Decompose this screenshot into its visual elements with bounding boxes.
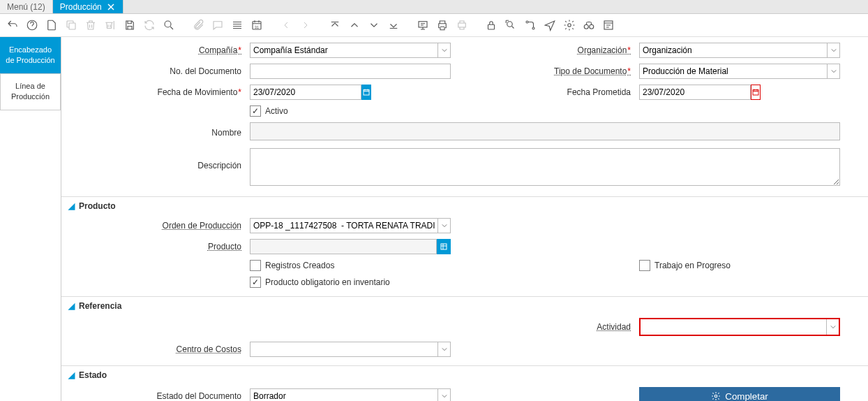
company-label: Compañía bbox=[68, 45, 243, 55]
movdate-calendar-icon[interactable] bbox=[361, 85, 371, 100]
activity-field[interactable] bbox=[641, 319, 826, 335]
binoculars-icon[interactable] bbox=[582, 18, 596, 32]
prev-icon[interactable] bbox=[279, 18, 293, 32]
last-icon[interactable] bbox=[387, 18, 401, 32]
calendar-icon[interactable]: 31 bbox=[250, 18, 264, 32]
doctype-label: Tipo de Documento bbox=[458, 66, 632, 76]
sidebar-tab-line[interactable]: Línea de Producción bbox=[0, 73, 61, 110]
wip-checkbox[interactable] bbox=[639, 260, 650, 271]
attach-icon[interactable] bbox=[191, 18, 205, 32]
section-product[interactable]: ◢ Producto bbox=[61, 197, 868, 215]
undo-icon[interactable] bbox=[6, 18, 20, 32]
org-label: Organización bbox=[458, 45, 632, 55]
svg-rect-6 bbox=[458, 23, 466, 27]
tabs-bar: Menú (12) Producción bbox=[0, 0, 868, 14]
svg-rect-15 bbox=[364, 90, 369, 96]
tab-menu-label: Menú (12) bbox=[7, 2, 45, 12]
collapse-icon: ◢ bbox=[68, 370, 75, 380]
content: Compañía Organización No. del Documento … bbox=[61, 37, 868, 401]
product-field[interactable] bbox=[250, 239, 437, 254]
tab-produccion[interactable]: Producción bbox=[53, 0, 124, 13]
product-lookup-icon[interactable] bbox=[437, 239, 451, 254]
active-label: Activo bbox=[265, 106, 288, 116]
section-state-label: Estado bbox=[79, 370, 107, 380]
promdate-calendar-icon[interactable] bbox=[751, 85, 761, 100]
mandatory-checkbox[interactable] bbox=[250, 277, 261, 288]
org-field[interactable] bbox=[639, 43, 828, 58]
docstatus-label: Estado del Documento bbox=[68, 391, 243, 401]
svg-point-10 bbox=[532, 27, 534, 29]
svg-point-12 bbox=[584, 24, 588, 29]
delete-icon[interactable] bbox=[84, 18, 98, 32]
movdate-field[interactable] bbox=[250, 85, 361, 100]
copy-icon[interactable] bbox=[64, 18, 78, 32]
product-label: Producto bbox=[68, 242, 243, 251]
search-icon[interactable] bbox=[162, 18, 176, 32]
doctype-dropdown[interactable] bbox=[828, 64, 840, 79]
send-icon[interactable] bbox=[543, 18, 557, 32]
sidebar-tab-header[interactable]: Encabezado de Producción bbox=[0, 37, 61, 74]
first-icon[interactable] bbox=[328, 18, 342, 32]
doctype-field[interactable] bbox=[639, 64, 828, 79]
company-dropdown[interactable] bbox=[438, 43, 451, 58]
sidebar: Encabezado de Producción Línea de Produc… bbox=[0, 37, 61, 401]
svg-point-11 bbox=[568, 24, 571, 27]
mandatory-label: Producto obligatorio en inventario bbox=[265, 277, 390, 287]
costcenter-field[interactable] bbox=[250, 342, 438, 357]
promdate-label: Fecha Prometida bbox=[458, 87, 632, 97]
order-field[interactable] bbox=[250, 218, 438, 233]
activity-dropdown[interactable] bbox=[826, 319, 839, 335]
printer-icon[interactable] bbox=[455, 18, 469, 32]
docno-label: No. del Documento bbox=[68, 66, 243, 76]
svg-rect-5 bbox=[419, 22, 427, 27]
activity-label: Actividad bbox=[458, 322, 632, 332]
svg-point-2 bbox=[165, 21, 171, 27]
active-checkbox[interactable] bbox=[250, 105, 261, 117]
collapse-icon: ◢ bbox=[68, 201, 75, 211]
grid-icon[interactable] bbox=[230, 18, 244, 32]
help-icon[interactable] bbox=[25, 18, 39, 32]
records-checkbox[interactable] bbox=[250, 260, 261, 271]
delete-all-icon[interactable] bbox=[103, 18, 117, 32]
section-state[interactable]: ◢ Estado bbox=[61, 366, 868, 384]
order-dropdown[interactable] bbox=[438, 218, 451, 233]
promdate-field[interactable] bbox=[639, 85, 751, 100]
up-icon[interactable] bbox=[347, 18, 361, 32]
name-label: Nombre bbox=[68, 128, 243, 138]
records-label: Registros Creados bbox=[265, 261, 334, 270]
refresh-icon[interactable] bbox=[142, 18, 156, 32]
svg-rect-7 bbox=[488, 24, 495, 29]
desc-label: Descripción bbox=[68, 148, 243, 170]
costcenter-dropdown[interactable] bbox=[438, 342, 451, 357]
svg-rect-17 bbox=[441, 244, 447, 249]
new-icon[interactable] bbox=[45, 18, 59, 32]
down-icon[interactable] bbox=[367, 18, 381, 32]
company-field[interactable] bbox=[250, 43, 438, 58]
print-icon[interactable] bbox=[435, 18, 449, 32]
export-icon[interactable] bbox=[601, 18, 615, 32]
section-product-label: Producto bbox=[79, 201, 116, 211]
toolbar: 31 bbox=[0, 14, 868, 37]
tab-produccion-label: Producción bbox=[60, 2, 102, 12]
gear-icon[interactable] bbox=[562, 18, 576, 32]
workflow-icon[interactable] bbox=[523, 18, 537, 32]
complete-button[interactable]: Completar bbox=[639, 387, 840, 401]
docstatus-field[interactable] bbox=[250, 388, 438, 401]
name-field[interactable] bbox=[250, 122, 840, 140]
docstatus-dropdown[interactable] bbox=[438, 388, 451, 401]
chat-icon[interactable] bbox=[211, 18, 225, 32]
close-icon[interactable] bbox=[106, 2, 116, 12]
org-dropdown[interactable] bbox=[828, 43, 840, 58]
save-icon[interactable] bbox=[123, 18, 137, 32]
next-icon[interactable] bbox=[299, 18, 313, 32]
report-icon[interactable] bbox=[416, 18, 430, 32]
desc-field[interactable] bbox=[250, 148, 840, 186]
section-reference[interactable]: ◢ Referencia bbox=[61, 297, 868, 315]
zoom-icon[interactable] bbox=[504, 18, 518, 32]
tab-menu[interactable]: Menú (12) bbox=[0, 0, 53, 13]
svg-text:31: 31 bbox=[255, 25, 259, 29]
svg-rect-1 bbox=[69, 23, 75, 29]
lock-icon[interactable] bbox=[484, 18, 498, 32]
movdate-label: Fecha de Movimiento bbox=[68, 87, 243, 97]
docno-field[interactable] bbox=[250, 64, 451, 79]
